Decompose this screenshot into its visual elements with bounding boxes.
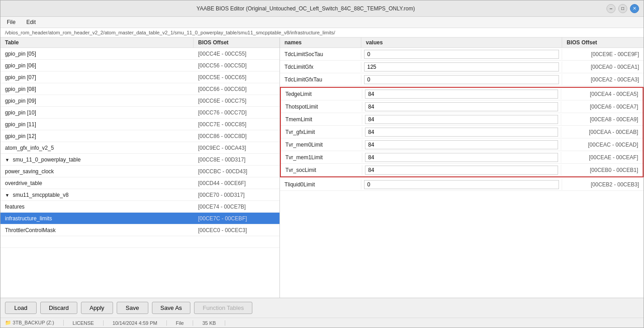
data-row-tmemlimit: TmemLimit [00CEA8 - 00CEA9] [281, 113, 643, 126]
table-cell: overdrive_table [0, 179, 194, 188]
table-cell: gpio_pin [11] [0, 120, 194, 129]
discard-button[interactable]: Discard [40, 302, 77, 314]
table-cell: power_saving_clock [0, 167, 194, 176]
right-panel-rows: TdcLimitSocTau [00CE9E - 00CE9F] TdcLimi… [280, 48, 644, 298]
field-value[interactable] [361, 62, 562, 72]
table-row[interactable]: ▼ smu_11_0_powerplay_table [00CC8E - 00D… [0, 154, 279, 166]
offset-cell: [00CC7E - 00CC85] [194, 120, 279, 129]
field-name: ThotspotLimit [281, 102, 362, 112]
data-row-tvrsoclimit: Tvr_socLimit [00CEB0 - 00CEB1] [281, 164, 643, 176]
table-row[interactable]: gpio_pin [05] [00CC4E - 00CC55] [0, 48, 279, 60]
save-button[interactable]: Save [117, 302, 148, 314]
table-row[interactable] [0, 236, 279, 248]
field-value[interactable] [362, 152, 561, 163]
table-cell: gpio_pin [09] [0, 96, 194, 105]
maximize-button[interactable]: □ [618, 4, 627, 13]
left-panel-rows: gpio_pin [05] [00CC4E - 00CC55] gpio_pin… [0, 48, 279, 298]
table-cell: gpio_pin [05] [0, 49, 194, 58]
field-value[interactable] [362, 165, 561, 176]
offset-cell: [00CE74 - 00CE7B] [194, 202, 279, 211]
value-input[interactable] [364, 50, 559, 59]
offset-cell: [00CC56 - 00CC5D] [194, 61, 279, 70]
right-panel-header: names values BIOS Offset [280, 38, 644, 48]
value-input[interactable] [365, 166, 558, 175]
table-row[interactable]: features [00CE74 - 00CE7B] [0, 201, 279, 213]
status-bar: 📁 3TB_BACKUP (Z:) LICENSE 10/14/2024 4:5… [0, 318, 644, 328]
offset-cell: [00CC66 - 00CC6D] [194, 85, 279, 94]
table-row[interactable]: power_saving_clock [00CCBC - 00CD43] [0, 166, 279, 177]
field-value[interactable] [362, 127, 561, 138]
table-row[interactable]: gpio_pin [10] [00CC76 - 00CC7D] [0, 107, 279, 119]
left-panel-header: Table BIOS Offset [0, 38, 279, 48]
value-input[interactable] [365, 153, 558, 162]
table-row[interactable]: gpio_pin [07] [00CC5E - 00CC65] [0, 71, 279, 83]
data-row-tdclimitsoctau: TdcLimitSocTau [00CE9E - 00CE9F] [280, 48, 644, 61]
title-bar-right-controls[interactable]: – □ ✕ [606, 4, 639, 13]
field-value[interactable] [361, 49, 562, 60]
folder-icon: 📁 [5, 320, 11, 325]
bios-offset: [00CEA4 - 00CEA5] [561, 89, 643, 99]
table-cell: ThrottlerControlMask [0, 226, 194, 235]
value-input[interactable] [365, 128, 558, 137]
bios-offset: [00CEA8 - 00CEA9] [561, 114, 643, 124]
field-value[interactable] [362, 114, 561, 125]
field-value[interactable] [361, 179, 562, 190]
table-row[interactable]: gpio_pin [09] [00CC6E - 00CC75] [0, 95, 279, 107]
breadcrumb: /vbios_rom_header/atom_rom_header_v2_2/a… [0, 28, 644, 38]
offset-cell: [00CE7C - 00CEBF] [194, 214, 279, 223]
value-input[interactable] [364, 62, 559, 71]
close-button[interactable]: ✕ [630, 4, 639, 13]
load-button[interactable]: Load [5, 302, 37, 314]
table-row[interactable]: gpio_pin [06] [00CC56 - 00CC5D] [0, 60, 279, 71]
table-row-selected[interactable]: infrastructure_limits [00CE7C - 00CEBF] [0, 213, 279, 224]
offset-cell [194, 241, 279, 243]
value-input[interactable] [365, 102, 558, 111]
table-cell: gpio_pin [12] [0, 132, 194, 141]
data-row-tdclimitgfxtau: TdcLimitGfxTau [00CEA2 - 00CEA3] [280, 73, 644, 86]
bios-offset: [00CEA0 - 00CEA1] [562, 62, 644, 72]
status-type: File [176, 320, 194, 326]
value-input[interactable] [365, 90, 558, 99]
table-row[interactable]: atom_gfx_info_v2_5 [00C9EC - 00CA43] [0, 142, 279, 154]
bios-offset: [00CE9E - 00CE9F] [562, 49, 644, 59]
value-input[interactable] [364, 75, 559, 84]
table-cell: ▼ smu_11_0_powerplay_table [0, 155, 194, 164]
red-border-group: TedgeLimit [00CEA4 - 00CEA5] ThotspotLim… [280, 87, 644, 177]
data-row-tvrmem0limit: Tvr_mem0Limit [00CEAC - 00CEAD] [281, 138, 643, 151]
value-input[interactable] [365, 115, 558, 124]
offset-cell: [00CE70 - 00D317] [194, 190, 279, 200]
right-panel: names values BIOS Offset TdcLimitSocTau … [280, 38, 644, 298]
table-row[interactable]: gpio_pin [12] [00CC86 - 00CC8D] [0, 130, 279, 142]
table-row[interactable]: ▼ smu11_smcpptable_v8 [00CE70 - 00D317] [0, 189, 279, 201]
menu-file[interactable]: File [4, 18, 18, 26]
offset-cell: [00CD44 - 00CE6F] [194, 179, 279, 188]
bios-offset: [00CEAC - 00CEAD] [561, 140, 643, 150]
table-row[interactable]: gpio_pin [08] [00CC66 - 00CC6D] [0, 83, 279, 95]
table-row[interactable]: gpio_pin [11] [00CC7E - 00CC85] [0, 119, 279, 130]
title-bar: YAABE BIOS Editor (Original_Untouched_OC… [0, 0, 644, 17]
data-row-tliquid0limit: Tliquid0Limit [00CEB2 - 00CEB3] [280, 178, 644, 191]
table-cell: gpio_pin [10] [0, 108, 194, 117]
minimize-button[interactable]: – [606, 4, 616, 13]
function-tables-button[interactable]: Function Tables [194, 302, 252, 314]
data-row-tdclimitgfx: TdcLimitGfx [00CEA0 - 00CEA1] [280, 61, 644, 73]
value-input[interactable] [365, 140, 558, 149]
table-row[interactable]: ThrottlerControlMask [00CEC0 - 00CEC3] [0, 224, 279, 236]
field-value[interactable] [362, 139, 561, 150]
col-values-header: values [361, 38, 562, 48]
offset-cell: [00CC4E - 00CC55] [194, 49, 279, 58]
field-value[interactable] [361, 74, 562, 85]
col-bios-header: BIOS Offset [562, 38, 644, 48]
status-folder: 📁 3TB_BACKUP (Z:) [5, 320, 64, 326]
window-title: YAABE BIOS Editor (Original_Untouched_OC… [5, 5, 606, 12]
status-file: LICENSE [73, 320, 104, 326]
value-input[interactable] [364, 180, 559, 189]
field-value[interactable] [362, 89, 561, 100]
table-row[interactable]: overdrive_table [00CD44 - 00CE6F] [0, 177, 279, 189]
table-cell: atom_gfx_info_v2_5 [0, 143, 194, 152]
save-as-button[interactable]: Save As [152, 302, 191, 314]
main-window: YAABE BIOS Editor (Original_Untouched_OC… [0, 0, 644, 328]
field-value[interactable] [362, 101, 561, 112]
menu-edit[interactable]: Edit [24, 18, 38, 26]
apply-button[interactable]: Apply [81, 302, 113, 314]
